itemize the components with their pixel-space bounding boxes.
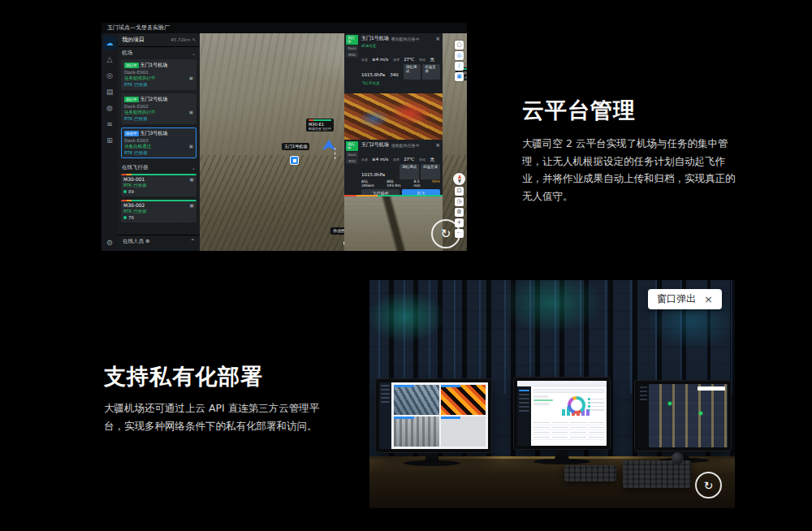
flighthub-screenshot: 玉门试点—戈壁县实验厂 ☁ △ ◎ ▤ ◍ ≡ ⊞ ⚙ 我的项目 45.72km… [102, 23, 467, 251]
project-name: 我的项目 [122, 36, 145, 44]
frame-select-icon[interactable]: ▣ [455, 72, 464, 81]
speed-value: 8.5 m/s [413, 179, 420, 188]
media-icon[interactable]: ◍ [103, 101, 116, 114]
media-grid [391, 382, 488, 449]
chevron-down-icon: ⌄ [192, 165, 196, 171]
video-icon[interactable]: ▣ [189, 176, 194, 182]
group-aircraft[interactable]: 在线飞行器 ⌄ [118, 162, 200, 174]
devices-icon[interactable]: ▤ [103, 85, 116, 98]
aircraft-card[interactable]: M30-001 ▣ RTK 已收敛 89 [121, 174, 197, 196]
dock-live-button[interactable]: 机场直播 [422, 64, 440, 80]
popup-pill[interactable]: 窗口弹出 × [648, 289, 722, 309]
env-section-label: 环境信息 [361, 44, 440, 48]
panel-title: 玉门1号机场 [361, 35, 389, 42]
settings-gear-icon[interactable]: ⚙ [103, 236, 116, 249]
battery-value: 93% [432, 179, 440, 183]
map-label-dock[interactable]: 玉门1号机场 [282, 143, 309, 150]
aircraft-live-video[interactable] [344, 195, 443, 251]
project-bar[interactable]: 我的项目 45.72km ✎ [118, 33, 200, 47]
add-icon[interactable]: ⊕ [145, 238, 149, 244]
dock-card[interactable]: 执行中 玉门2号机场 Dock-E002 任务航线执行中 ▣ RTK 已收敛 [121, 93, 197, 124]
solar-field-photo [394, 417, 439, 447]
compass-icon[interactable] [453, 173, 465, 185]
cloud-section-heading: 云平台管理 [522, 96, 636, 125]
map-settings-icon[interactable]: ⚙ [455, 208, 464, 217]
cloud-section-body: 大疆司空 2 云平台实现了机场与任务的集中管理，让无人机根据设定的任务计划自动起… [522, 135, 736, 205]
aircraft-marker-icon[interactable] [322, 140, 335, 150]
temp-value: 27℃ [404, 157, 414, 162]
monitor-left [376, 379, 491, 452]
device-sidebar: 我的项目 45.72km ✎ 机场 ⌄ 执行中 玉门1号机场 Dock-E001… [118, 33, 200, 251]
camera-icon[interactable]: ▣ [189, 76, 193, 81]
dock-status2: RTK 已收敛 [124, 150, 148, 156]
dock-marker-icon[interactable] [290, 156, 299, 165]
dock-name: 玉门1号机场 [140, 62, 168, 69]
close-icon[interactable]: × [435, 36, 440, 42]
group-dock[interactable]: 机场 ⌄ [118, 47, 200, 59]
aircraft-card[interactable]: M30-002 ▣ RTK 已收敛 76 [121, 200, 197, 222]
dock-name: 玉门2号机场 [140, 96, 168, 103]
wind-value: ≤4 m/s [372, 157, 388, 162]
replay-button[interactable]: ↻ [431, 219, 460, 248]
dock-status1: 任务航线执行中 [124, 76, 156, 81]
aircraft-thumb[interactable]: M30 [346, 52, 358, 58]
library-icon[interactable]: ⊞ [103, 134, 116, 147]
flighthub-logo-icon[interactable]: ☁ [103, 37, 116, 50]
private-section-heading: 支持私有化部署 [104, 362, 263, 391]
statistics-icon[interactable]: ≡ [103, 118, 116, 131]
dock-thumb[interactable]: Dock [346, 45, 358, 51]
members-icon[interactable]: ◎ [103, 69, 116, 82]
dock-panel: 执行中 Dock M30 玉门2号机场 巡检航线任务中 × 风速 ≤4 m/s … [344, 140, 443, 195]
video-icon[interactable]: ▣ [189, 202, 194, 208]
stat-line [533, 395, 548, 398]
battery-value: 76 [128, 215, 134, 220]
dock-card[interactable]: 执行中 玉门1号机场 Dock-E001 任务航线执行中 ▣ RTK 已收敛 [121, 59, 197, 90]
measure-icon[interactable]: ∕ [455, 62, 464, 71]
agl-value: AGL 193.9m [387, 179, 400, 188]
replay-button[interactable]: ↻ [695, 472, 722, 499]
group-members[interactable]: 在线人员 ⊕ ⌃ [118, 235, 200, 248]
close-icon[interactable]: × [435, 142, 440, 149]
battery-dot-icon [123, 190, 127, 193]
app-sidebar [379, 382, 391, 449]
search-icon[interactable]: ○ [455, 41, 464, 50]
control-console [623, 460, 691, 488]
locate-icon[interactable]: ◎ [455, 51, 464, 60]
history-icon[interactable]: ◷ [455, 197, 464, 206]
rain-value: 无 [430, 157, 434, 162]
dock-status2: RTK 已收敛 [124, 116, 148, 122]
fullscreen-icon[interactable]: ⊡ [455, 187, 464, 196]
dock-device: Dock-E003 [124, 138, 193, 143]
status-badge: 待命中 [124, 131, 139, 136]
chart-legend [588, 396, 604, 412]
aircraft-thumb[interactable]: M30 [346, 158, 358, 164]
camera-icon[interactable]: ▣ [189, 144, 193, 149]
aircraft-section-label: 飞行器信息 [361, 81, 440, 85]
dock-live-video[interactable] [344, 93, 443, 140]
dock-thumb[interactable]: Dock [346, 152, 358, 158]
dock-panel-column: 执行中 Dock M30 玉门1号机场 夜间航线任务中 × 环境信息 风速 ≤4… [344, 33, 443, 251]
monitor-right [635, 381, 731, 451]
dock-status1: 设备自检通过 [124, 144, 151, 149]
camera-icon[interactable]: ▣ [189, 110, 193, 115]
battery-dot-icon [123, 216, 127, 219]
heading-value: 340 [390, 72, 399, 77]
project-icon[interactable]: △ [103, 53, 116, 66]
replay-arrow-icon: ↻ [441, 227, 451, 241]
dock-card-selected[interactable]: 待命中 玉门3号机场 Dock-E003 设备自检通过 ▣ RTK 已收敛 [121, 127, 197, 158]
aircraft-name: M30-002 [123, 202, 145, 208]
close-icon[interactable]: × [704, 293, 713, 305]
dock-panel: 执行中 Dock M30 玉门1号机场 夜间航线任务中 × 环境信息 风速 ≤4… [344, 33, 443, 93]
map-label-aircraft[interactable]: M30-E1 航线任务飞行中 [306, 119, 334, 132]
dock-live-button[interactable]: 机场直播 [421, 164, 440, 179]
remote-debug-button[interactable]: 远程调试 [400, 164, 419, 179]
status-badge: 执行中 [124, 97, 139, 102]
remote-debug-button[interactable]: 远程调试 [404, 64, 421, 80]
edit-pencil-icon[interactable]: ✎ [192, 37, 196, 42]
map-marker-green [699, 412, 702, 415]
dashboard-topbar [517, 381, 607, 386]
panel-subtitle: 巡检航线任务中 [391, 143, 420, 148]
satellite-map [649, 384, 728, 447]
map-search-bar [698, 386, 725, 391]
panel-device-strip: 执行中 Dock M30 [346, 141, 358, 164]
